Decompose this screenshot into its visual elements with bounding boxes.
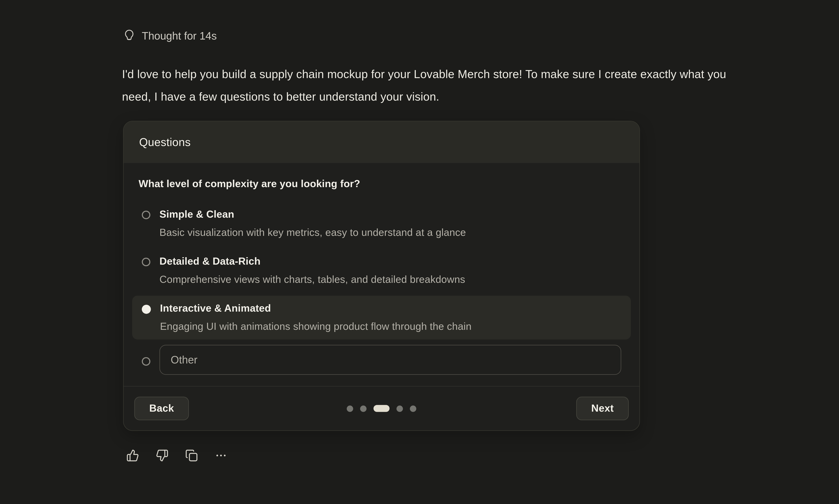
chat-message-view: Thought for 14s I'd love to help you bui… xyxy=(0,0,839,504)
card-body: What level of complexity are you looking… xyxy=(124,163,640,386)
thought-label: Thought for 14s xyxy=(142,29,217,43)
option-description: Basic visualization with key metrics, ea… xyxy=(159,226,466,239)
radio-unselected-icon[interactable] xyxy=(142,357,151,366)
option-title: Simple & Clean xyxy=(159,208,466,221)
card-footer: Back Next xyxy=(124,386,640,430)
question-text: What level of complexity are you looking… xyxy=(132,178,631,190)
option-text: Interactive & AnimatedEngaging UI with a… xyxy=(160,302,472,334)
radio-unselected-icon[interactable] xyxy=(142,211,151,219)
pagination-dot-active[interactable] xyxy=(373,405,390,412)
options-list: Simple & CleanBasic visualization with k… xyxy=(132,202,631,375)
option-row-detailed-data-rich[interactable]: Detailed & Data-RichComprehensive views … xyxy=(132,249,631,292)
option-row-interactive-animated[interactable]: Interactive & AnimatedEngaging UI with a… xyxy=(132,296,631,340)
pagination-dots xyxy=(347,405,416,412)
more-options-icon xyxy=(214,449,227,462)
card-title: Questions xyxy=(139,136,191,149)
thought-toggle[interactable]: Thought for 14s xyxy=(124,29,217,43)
pagination-dot[interactable] xyxy=(410,405,416,412)
pagination-dot[interactable] xyxy=(347,405,353,412)
lightbulb-icon xyxy=(124,29,135,43)
option-row-other[interactable] xyxy=(132,343,631,375)
copy-button[interactable] xyxy=(185,449,198,462)
option-row-simple-clean[interactable]: Simple & CleanBasic visualization with k… xyxy=(132,202,631,246)
option-title: Detailed & Data-Rich xyxy=(159,254,465,268)
option-text: Detailed & Data-RichComprehensive views … xyxy=(159,254,465,287)
copy-icon xyxy=(185,449,198,462)
pagination-dot[interactable] xyxy=(360,405,367,412)
option-description: Comprehensive views with charts, tables,… xyxy=(159,273,465,287)
thumbs-down-button[interactable] xyxy=(156,449,169,462)
back-button[interactable]: Back xyxy=(134,397,189,420)
option-title: Interactive & Animated xyxy=(160,302,472,316)
other-option-input[interactable] xyxy=(159,345,621,375)
message-actions xyxy=(126,449,227,462)
thumbs-up-icon xyxy=(126,449,139,462)
more-options-button[interactable] xyxy=(214,449,227,462)
option-text: Simple & CleanBasic visualization with k… xyxy=(159,208,466,239)
assistant-message: I'd love to help you build a supply chai… xyxy=(122,63,747,108)
radio-selected-icon[interactable] xyxy=(142,305,151,314)
questions-card: Questions What level of complexity are y… xyxy=(123,121,640,431)
thumbs-up-button[interactable] xyxy=(126,449,139,462)
card-header: Questions xyxy=(124,121,640,163)
pagination-dot[interactable] xyxy=(397,405,403,412)
option-description: Engaging UI with animations showing prod… xyxy=(160,320,472,334)
next-button[interactable]: Next xyxy=(576,397,629,420)
thumbs-down-icon xyxy=(156,449,169,462)
radio-unselected-icon[interactable] xyxy=(142,258,151,266)
